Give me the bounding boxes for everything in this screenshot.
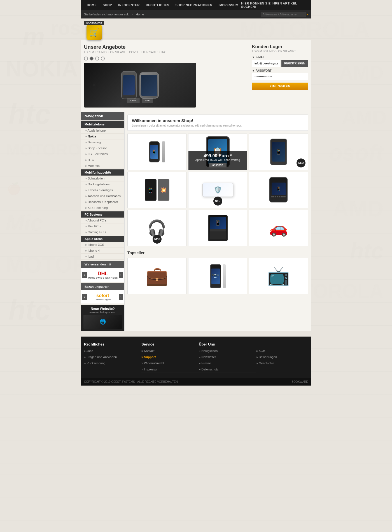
article-search-input[interactable] [261,12,305,17]
slider-dot-1[interactable] [84,57,88,60]
sidebar-item-allround-pc[interactable]: Allround PC´s [81,218,124,223]
bb-key [277,196,278,197]
nav-shop[interactable]: SHOP [100,1,115,9]
slider-dot-3[interactable] [95,57,99,60]
payment-prev-button[interactable]: ‹ [82,294,87,300]
bb-bold-screen: 📱 [210,217,226,229]
footer-bewertungen-link[interactable]: Bewertungen [256,355,314,360]
powered-by: BOOKWARE [291,380,308,383]
password-input[interactable] [252,73,308,80]
topseller-card-3[interactable]: 📺 [249,258,308,294]
topseller-card-2[interactable]: 📱📷🎵📧 [188,258,247,294]
footer-columns: Rechtliches Jobs Fragen und Antworten Rü… [84,342,314,374]
i4-screen: 📱📷🎵📧 [211,269,220,284]
product-card-2[interactable]: 📋 499,00 Euro * Apple iPad 16GB WiFi ohn… [188,134,247,170]
footer-agb-link[interactable]: AGB [256,349,314,354]
product-card-4[interactable]: 📱 💥 [127,172,186,208]
sidebar-item-iphone4[interactable]: Iphone 4 [81,248,124,254]
products-grid: 📱 📋 499,00 Euro * Apple iPad 16GB WiFi o… [127,134,308,246]
glass-film-display: 🛡️ [202,183,233,197]
footer-impressum-link[interactable]: Impressum [141,368,199,372]
sidebar-carrier: ‹ DHL WORLDWIDE EXPRESS › [81,268,124,282]
footer-widerruf-link[interactable]: Widerrufsrecht [141,361,199,366]
footer-faq-link[interactable]: Fragen und Antworten [84,355,141,360]
carrier-prev-button[interactable]: ‹ [82,272,87,278]
sidebar-item-docking[interactable]: Dockingstationen [81,181,124,187]
footer-neuigkeiten-link[interactable]: Neuigkeiten [199,349,256,354]
nav-rechtliches[interactable]: RECHTLICHES [143,1,172,9]
product-card-6[interactable]: 📱 [249,172,308,208]
sidebar-item-iphone3gs[interactable]: Iphone 3GS [81,242,124,248]
topseller-label: Topseller [127,249,308,257]
footer-ruecksendung-link[interactable]: Rücksendung [84,361,141,366]
banner-view-btn[interactable]: VIEW [127,98,139,103]
nav-infocenter[interactable]: INFOCENTER [115,1,143,9]
iphone-side-shape [162,141,165,162]
cart-area: WARENKORB 🛒 [81,18,311,40]
sidebar-item-headsets[interactable]: Headsets & Kopfhörer [81,199,124,205]
blackberry-display: 📱 [269,177,288,202]
product-card-3[interactable]: 📱 NEU [249,134,308,170]
sidebar-item-lg[interactable]: LG Electronics [81,151,124,157]
nav-impressum[interactable]: IMPRESSUM [216,1,241,9]
sidebar-item-apple-iphone[interactable]: Apple Iphone [81,128,124,134]
bb-key [275,196,276,197]
payment-next-button[interactable]: › [119,294,123,300]
sidebar-item-taschen[interactable]: Taschen und Hardcases [81,193,124,199]
footer-newsletter-link[interactable]: Newsletter [199,355,256,360]
banner-large-phone [139,72,159,99]
cracked-phone-1: 📱 [145,179,157,201]
product-view-button[interactable]: ansehen [209,163,226,167]
footer-support-link[interactable]: Support [141,355,199,360]
footer: Rechtliches Jobs Fragen und Antworten Rü… [81,337,311,378]
footer-kontakt-link[interactable]: Kontakt [141,349,199,354]
cart-button[interactable]: WARENKORB 🛒 [84,21,104,40]
breadcrumb-home-link[interactable]: Home [136,13,144,16]
banner-new-btn[interactable]: NEU [142,98,153,103]
htc-display: 📱 [270,139,287,165]
product-card-1[interactable]: 📱 [127,134,186,170]
footer-rechtliches-title: Rechtliches [84,342,141,346]
earphones-icon: 🎧 [147,219,167,237]
password-label: ▼ PASSWORT [252,69,308,72]
product-card-7[interactable]: 🎧 NEU [127,210,186,246]
product-card-9[interactable]: 🚗 [249,210,308,246]
register-button[interactable]: REGISTRIEREN [281,60,308,67]
sidebar-item-schutzfolien[interactable]: Schutzfolien [81,176,124,181]
footer-presse-link[interactable]: Presse [199,361,256,366]
sidebar-item-kabel[interactable]: Kabel & Sonstiges [81,187,124,193]
bb-key [284,196,286,197]
footer-geschichte-link[interactable]: Geschichte [256,361,314,366]
footer-jobs-link[interactable]: Jobs [84,349,141,354]
topseller-grid: 💼 📱📷🎵📧 📺 [127,258,308,294]
footer-datenschutz-link[interactable]: Datenschutz [199,368,256,372]
sidebar-item-gaming-pc[interactable]: Gaming PC´s [81,229,124,235]
sidebar-item-nokia[interactable]: Nokia [81,134,124,139]
slider-dot-4[interactable] [101,57,105,60]
sidebar-item-motorola[interactable]: Motorola [81,163,124,169]
slider-dot-2[interactable] [90,57,94,60]
i4-front: 📱📷🎵📧 [210,264,221,288]
product-card-8[interactable]: 📱 [188,210,247,246]
welcome-text: Lorem ipsum dolor sit amet, consetetur s… [132,124,304,127]
footer-ueber-uns-title: Über Uns [199,342,256,346]
sidebar-item-sony-ericsson[interactable]: Sony Ericsson [81,145,124,151]
sidebar-pc-systeme-header: PC Systeme [81,211,124,218]
sidebar-item-samsung[interactable]: Samsung [81,139,124,145]
footer-ueber-uns: Über Uns Neuigkeiten Newsletter Presse D… [199,342,256,374]
email-input[interactable] [252,60,280,67]
email-label: ▼ E-MAIL [252,56,308,59]
nav-shopinformationen[interactable]: SHOPINFORMATIONEN [172,1,215,9]
footer-rechtliches: Rechtliches Jobs Fragen und Antworten Rü… [84,342,141,374]
login-button[interactable]: EINLOGGEN [252,83,308,90]
sidebar-item-ipad[interactable]: Ipad [81,254,124,260]
sidebar-item-mini-pc[interactable]: Mini PC´s [81,223,124,229]
search-arrow-icon[interactable]: › [307,12,308,17]
nav-home[interactable]: HOME [84,1,99,9]
bb-bold-track [210,229,226,232]
carrier-next-button[interactable]: › [119,272,123,278]
sidebar-item-kfz[interactable]: KFZ Halterung [81,205,124,211]
sidebar-item-htc[interactable]: HTC [81,157,124,163]
topseller-card-1[interactable]: 💼 [127,258,186,294]
product-card-5[interactable]: 🛡️ NEU [188,172,247,208]
